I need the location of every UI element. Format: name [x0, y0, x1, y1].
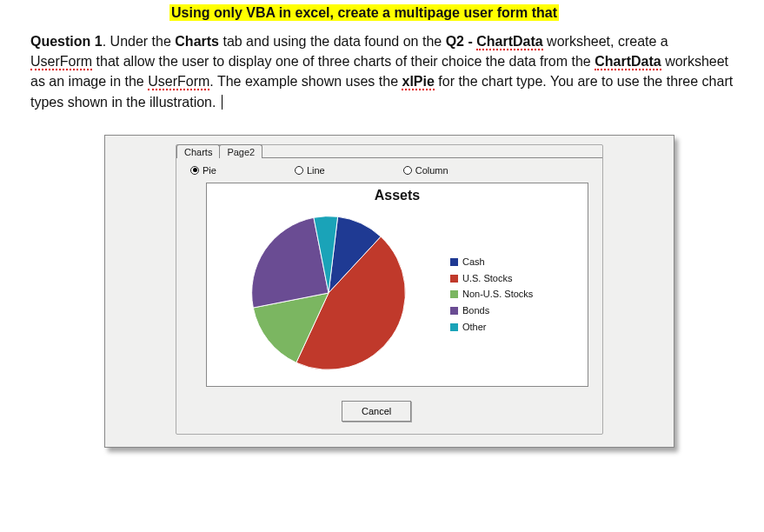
tab-strip: Charts Page2	[176, 144, 602, 158]
chart-legend: Cash U.S. Stocks Non-U.S. Stocks	[450, 254, 533, 335]
legend-row-bonds: Bonds	[450, 303, 533, 319]
txt-q2: Q2 -	[446, 34, 477, 49]
radio-line-label: Line	[307, 165, 325, 176]
legend-swatch-bonds	[450, 307, 458, 315]
chart-body: Cash U.S. Stocks Non-U.S. Stocks	[207, 203, 588, 386]
legend-label-other: Other	[462, 319, 487, 336]
legend-row-other: Other	[450, 319, 533, 336]
legend-row-us: U.S. Stocks	[450, 270, 533, 287]
txt-chartdata1: ChartData	[476, 34, 542, 50]
txt-userform2: UserForm	[148, 74, 209, 90]
tab-strip-line	[262, 144, 602, 158]
radio-pie[interactable]: Pie	[190, 165, 216, 176]
legend-swatch-nonus	[450, 290, 458, 298]
radio-column[interactable]: Column	[403, 165, 448, 176]
legend-row-nonus: Non-U.S. Stocks	[450, 286, 533, 303]
tab-charts[interactable]: Charts	[176, 144, 220, 158]
cancel-button[interactable]: Cancel	[342, 401, 411, 422]
txt: . The example shown uses the	[209, 74, 402, 89]
chart-image-frame: Assets Cash U.S. Stocks	[206, 183, 588, 387]
legend-row-cash: Cash	[450, 254, 533, 270]
legend-swatch-other	[450, 323, 458, 331]
chart-type-radios: Pie Line Column	[190, 165, 594, 176]
txt: tab and using the data found on the	[219, 34, 446, 49]
question-number: Question 1	[30, 34, 103, 49]
pie-chart	[207, 212, 450, 376]
legend-label-bonds: Bonds	[462, 303, 489, 319]
document-page: Using only VBA in excel, create a multip…	[0, 0, 764, 456]
txt: that allow the user to display one of th…	[92, 54, 595, 69]
chart-title: Assets	[207, 188, 588, 203]
txt-chartdata2: ChartData	[595, 54, 661, 70]
txt-xlpie: xlPie	[402, 74, 434, 90]
multipage: Charts Page2 Pie Line Column	[176, 144, 603, 435]
txt: . Under the	[103, 34, 176, 49]
txt: worksheet, create a	[543, 34, 668, 49]
tab-body-charts: Pie Line Column Assets	[176, 158, 602, 434]
legend-label-cash: Cash	[462, 254, 485, 270]
text-cursor	[222, 95, 223, 110]
legend-label-us: U.S. Stocks	[462, 270, 512, 287]
radio-line[interactable]: Line	[295, 165, 325, 176]
radio-line-bullet	[295, 166, 303, 175]
radio-column-label: Column	[415, 165, 448, 176]
radio-pie-label: Pie	[203, 165, 216, 176]
legend-swatch-cash	[450, 258, 458, 266]
legend-label-nonus: Non-U.S. Stocks	[462, 286, 533, 303]
userform-window: Charts Page2 Pie Line Column	[104, 135, 674, 448]
pie-svg	[248, 212, 409, 374]
question-paragraph: Question 1. Under the Charts tab and usi…	[30, 31, 734, 112]
heading-highlight: Using only VBA in excel, create a multip…	[169, 4, 559, 21]
txt-userform1: UserForm	[30, 54, 92, 70]
tab-page2[interactable]: Page2	[219, 144, 262, 158]
txt-charts: Charts	[175, 34, 219, 49]
radio-column-bullet	[403, 166, 412, 175]
heading-wrapper: Using only VBA in excel, create a multip…	[169, 5, 734, 21]
button-row: Cancel	[342, 401, 594, 422]
legend-swatch-us	[450, 275, 458, 283]
radio-pie-bullet	[190, 166, 199, 175]
